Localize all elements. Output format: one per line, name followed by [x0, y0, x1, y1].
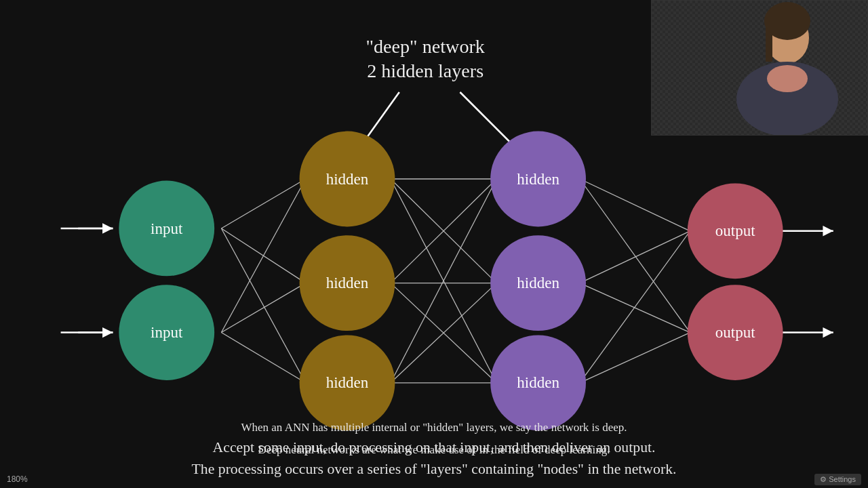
svg-line-35: [580, 231, 690, 383]
svg-text:hidden: hidden: [326, 170, 369, 188]
svg-line-20: [221, 283, 305, 333]
main-slide: "deep" network 2 hidden layers: [0, 0, 868, 488]
svg-line-36: [580, 333, 690, 383]
zoom-indicator: 180%: [7, 474, 28, 484]
text-line4: Deep neural networks are what we make us…: [41, 439, 827, 461]
zoom-value: 180%: [7, 474, 28, 484]
svg-text:The processing occurs over a s: The processing occurs over a series of "…: [192, 461, 677, 477]
presenter-video: [651, 0, 868, 136]
svg-text:hidden: hidden: [326, 274, 369, 291]
svg-text:2 hidden layers: 2 hidden layers: [367, 60, 484, 81]
svg-text:hidden: hidden: [517, 170, 559, 188]
bottom-text-block2: When an ANN has multiple internal or "hi…: [41, 417, 827, 461]
svg-line-32: [580, 179, 690, 333]
text-line3: When an ANN has multiple internal or "hi…: [41, 417, 827, 439]
svg-line-16: [221, 179, 305, 228]
svg-text:"deep" network: "deep" network: [366, 36, 485, 57]
settings-button[interactable]: ⚙ Settings: [814, 474, 861, 485]
svg-point-68: [767, 65, 808, 92]
presenter-svg: [652, 1, 868, 136]
svg-text:input: input: [151, 323, 183, 341]
svg-rect-65: [766, 21, 772, 62]
svg-line-34: [580, 283, 690, 333]
svg-line-33: [580, 231, 690, 283]
svg-text:hidden: hidden: [326, 373, 369, 391]
svg-marker-13: [823, 226, 833, 236]
svg-line-19: [221, 179, 305, 333]
svg-line-18: [221, 228, 305, 383]
svg-marker-15: [823, 327, 833, 338]
svg-text:hidden: hidden: [517, 274, 559, 291]
svg-line-31: [580, 179, 690, 231]
svg-text:input: input: [151, 220, 183, 237]
settings-label: ⚙ Settings: [820, 475, 856, 483]
svg-text:output: output: [715, 323, 755, 341]
svg-line-21: [221, 333, 305, 383]
svg-text:output: output: [715, 222, 755, 239]
presenter-background: [652, 1, 867, 135]
svg-text:hidden: hidden: [517, 373, 559, 391]
